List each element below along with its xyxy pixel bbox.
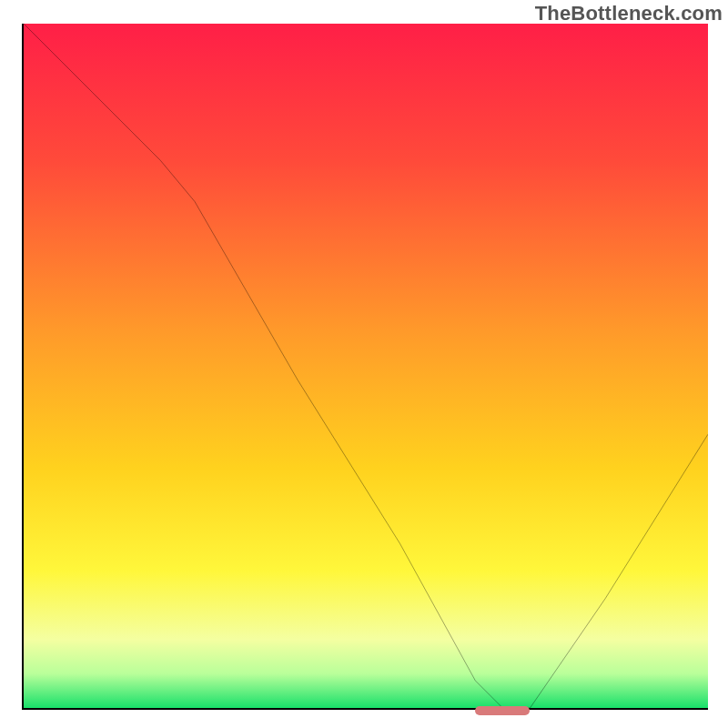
plot-area [22, 24, 708, 710]
chart-stage: TheBottleneck.com [0, 0, 728, 728]
bottleneck-curve [24, 24, 708, 708]
attribution-text: TheBottleneck.com [535, 2, 723, 25]
curve-path [24, 24, 708, 708]
optimal-range-marker [475, 706, 530, 715]
